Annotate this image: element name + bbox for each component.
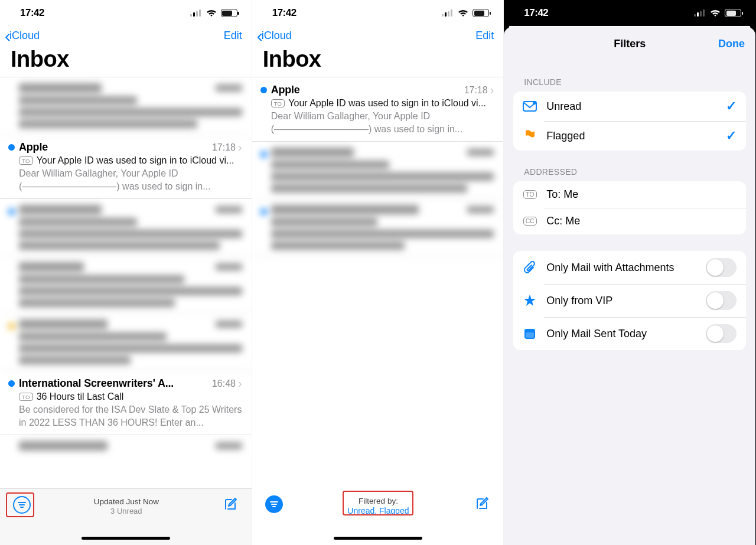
section-label-include: INCLUDE (504, 61, 755, 92)
mail-item[interactable]: International Screenwriters' A... 16:48›… (0, 371, 252, 435)
group-include: Unread ✓ Flagged ✓ (513, 92, 746, 151)
toggle-switch[interactable] (706, 324, 737, 343)
battery-icon (472, 9, 489, 17)
nav-bar: ‹ iCloud Edit (0, 26, 252, 47)
back-button[interactable]: ‹ iCloud (5, 30, 40, 42)
row-cc-me[interactable]: CC Cc: Me (513, 208, 746, 234)
mail-preview: Be considered for the ISA Dev Slate & To… (19, 403, 242, 429)
mail-item-blurred[interactable] (252, 142, 504, 199)
done-button[interactable]: Done (718, 38, 745, 50)
toolbar: Filtered by: Unread, Flagged (252, 488, 504, 545)
svg-rect-10 (700, 11, 702, 17)
mail-icon (523, 101, 537, 112)
sheet-header: Filters Done (504, 27, 755, 61)
screenshot-left: 17:42 ‹ iCloud Edit Inbox Apple 17:18› (0, 0, 252, 545)
to-badge: TO (271, 99, 285, 107)
unread-dot-icon (8, 208, 15, 215)
row-attachments[interactable]: Only Mail with Attachments (513, 251, 746, 284)
flag-icon (523, 129, 537, 142)
unread-dot-icon (260, 87, 267, 93)
highlight-box (6, 492, 34, 517)
svg-rect-8 (694, 14, 696, 17)
mail-sender: Apple (19, 141, 48, 154)
toolbar-status: Updated Just Now 3 Unread (31, 497, 222, 515)
mail-subject: TOYour Apple ID was used to sign in to i… (271, 98, 494, 109)
status-right (442, 9, 489, 17)
row-label: Only from VIP (546, 295, 696, 307)
group-addressed: TO To: Me CC Cc: Me (513, 181, 746, 234)
row-label: Only Mail with Attachments (546, 262, 696, 274)
calendar-icon (523, 327, 537, 340)
back-button[interactable]: ‹ iCloud (257, 30, 292, 42)
row-to-me[interactable]: TO To: Me (513, 181, 746, 208)
mail-subject: TO36 Hours til Last Call (19, 391, 242, 402)
compose-button[interactable] (474, 495, 490, 512)
flag-dot-icon (8, 323, 15, 329)
mail-sender: Apple (271, 84, 300, 96)
row-unread[interactable]: Unread ✓ (513, 92, 746, 121)
to-badge: TO (19, 156, 33, 165)
status-time: 17:42 (524, 7, 548, 19)
mail-preview: Dear William Gallagher, Your Apple ID (—… (271, 110, 494, 135)
status-line1: Updated Just Now (31, 497, 222, 506)
page-title: Inbox (252, 47, 504, 77)
mail-item-blurred[interactable] (252, 199, 504, 256)
filter-button[interactable] (265, 495, 283, 513)
chevron-right-icon: › (238, 377, 242, 390)
battery-icon (725, 9, 741, 17)
mail-item[interactable]: Apple 17:18› TOYour Apple ID was used to… (0, 135, 252, 199)
row-label: Only Mail Sent Today (546, 328, 696, 340)
toggle-switch[interactable] (706, 291, 737, 310)
paperclip-icon (523, 261, 537, 274)
page-title: Inbox (0, 47, 252, 77)
toggle-switch[interactable] (706, 258, 737, 277)
screenshot-middle: 17:42 ‹ iCloud Edit Inbox Apple 17:18› T… (252, 0, 504, 545)
row-flagged[interactable]: Flagged ✓ (513, 121, 746, 151)
mail-item-blurred[interactable] (0, 314, 252, 371)
row-today[interactable]: Only Mail Sent Today (513, 317, 746, 350)
svg-rect-7 (451, 9, 452, 17)
row-vip[interactable]: Only from VIP (513, 284, 746, 317)
svg-rect-6 (448, 11, 449, 17)
svg-rect-0 (190, 14, 192, 17)
svg-rect-16 (526, 332, 534, 338)
status-bar: 17:42 (252, 0, 504, 26)
compose-button[interactable] (222, 496, 239, 513)
mail-time: 16:48› (212, 377, 242, 390)
mail-list[interactable]: Apple 17:18› TOYour Apple ID was used to… (252, 77, 504, 488)
toolbar: Updated Just Now 3 Unread (0, 488, 252, 545)
mail-time: 17:18› (464, 83, 494, 97)
chevron-right-icon: › (238, 141, 242, 154)
mail-list[interactable]: Apple 17:18› TOYour Apple ID was used to… (0, 77, 252, 488)
filter-icon (270, 500, 278, 508)
cellular-icon (190, 9, 202, 17)
to-icon: TO (523, 190, 537, 199)
wifi-icon (710, 9, 721, 17)
mail-sender: International Screenwriters' A... (19, 377, 174, 390)
back-label: iCloud (262, 30, 292, 42)
edit-button[interactable]: Edit (224, 30, 242, 42)
status-right (190, 9, 237, 17)
screenshot-right: 17:42 Filters Done INCLUDE Unread ✓ Flag… (504, 0, 756, 545)
status-bar: 17:42 (0, 0, 252, 26)
wifi-icon (206, 9, 217, 17)
mail-item-blurred[interactable] (0, 256, 252, 314)
unread-dot-icon (8, 380, 15, 387)
home-indicator (334, 537, 422, 540)
svg-rect-4 (442, 14, 444, 17)
status-time: 17:42 (272, 7, 296, 19)
mail-time: 17:18› (212, 141, 242, 154)
cellular-icon (442, 9, 454, 17)
row-label: To: Me (546, 188, 737, 201)
mail-item[interactable]: Apple 17:18› TOYour Apple ID was used to… (252, 77, 504, 142)
mail-item-blurred[interactable] (0, 435, 252, 456)
edit-button[interactable]: Edit (475, 30, 494, 42)
filters-sheet: Filters Done INCLUDE Unread ✓ Flagged ✓ … (504, 27, 755, 545)
mail-item-blurred[interactable] (0, 77, 252, 135)
unread-dot-icon (8, 144, 15, 151)
row-label: Cc: Me (546, 215, 737, 227)
to-badge: TO (19, 393, 33, 401)
highlight-box (343, 491, 413, 515)
battery-icon (221, 9, 237, 17)
mail-item-blurred[interactable] (0, 199, 252, 256)
